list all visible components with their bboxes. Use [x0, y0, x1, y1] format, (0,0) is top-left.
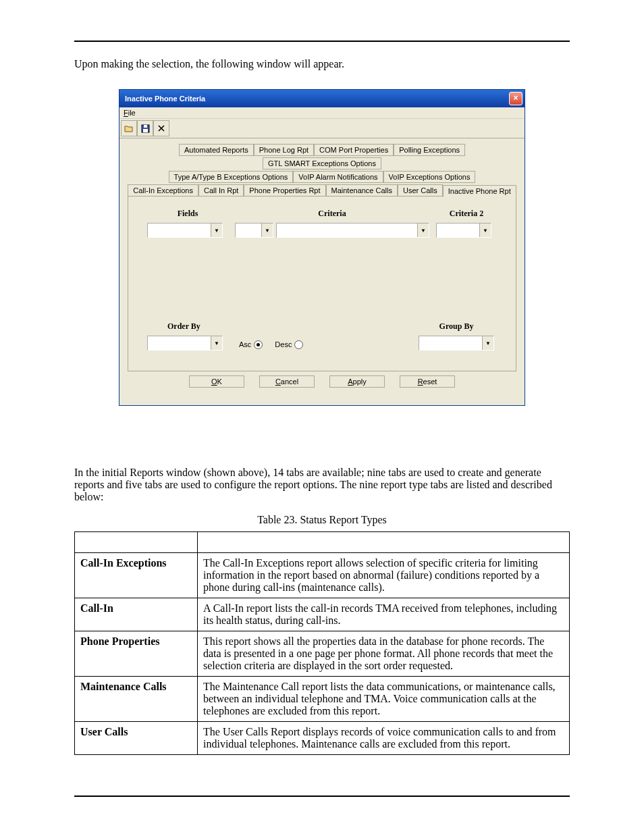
criteria-value-combo[interactable]: ▼: [276, 223, 429, 238]
tab-inactive-phone-rpt[interactable]: Inactive Phone Rpt: [443, 185, 516, 197]
tab-com-port-properties[interactable]: COM Port Properties: [314, 144, 394, 156]
fields-combo[interactable]: ▼: [147, 223, 223, 238]
row-label: Phone Properties: [75, 631, 198, 677]
row-desc: This report shows all the properties dat…: [198, 631, 570, 677]
tab-call-in-rpt[interactable]: Call In Rpt: [198, 184, 244, 197]
row-label: Maintenance Calls: [75, 677, 198, 722]
row-label: Call-In Exceptions: [75, 553, 198, 598]
button-bar: OK Cancel Apply Reset: [128, 371, 516, 396]
table-row: User Calls The User Calls Report display…: [75, 722, 570, 755]
tab-typea-typeb-exceptions[interactable]: Type A/Type B Exceptions Options: [169, 171, 294, 183]
menu-file[interactable]: File: [124, 109, 136, 117]
tab-callin-exceptions[interactable]: Call-In Exceptions: [128, 184, 198, 197]
table-row: Call-In A Call-In report lists the call-…: [75, 598, 570, 631]
save-icon[interactable]: [137, 120, 153, 136]
table-row: Phone Properties This report shows all t…: [75, 631, 570, 677]
ok-button[interactable]: OK: [189, 375, 244, 388]
menubar: File: [119, 107, 525, 119]
row-label: Call-In: [75, 598, 198, 631]
window-title: Inactive Phone Criteria: [125, 95, 205, 103]
tabs-row-2: Type A/Type B Exceptions Options VoIP Al…: [128, 170, 516, 183]
criteria2-combo[interactable]: ▼: [436, 223, 491, 238]
desc-radio-wrap[interactable]: Desc: [275, 340, 303, 349]
criteria2-header: Criteria 2: [436, 209, 497, 219]
footer-rule: [74, 796, 570, 797]
apply-button[interactable]: Apply: [329, 375, 385, 388]
table-row: Call-In Exceptions The Call-In Exception…: [75, 553, 570, 598]
row-desc: A Call-In report lists the call-in recor…: [198, 598, 570, 631]
tab-phone-properties-rpt[interactable]: Phone Properties Rpt: [244, 184, 325, 197]
svg-rect-1: [143, 129, 148, 132]
groupby-header: Group By: [416, 321, 497, 332]
asc-radio[interactable]: [254, 340, 263, 349]
chevron-down-icon: ▼: [479, 224, 491, 237]
header-rule: [74, 41, 570, 42]
dialog-window: Inactive Phone Criteria × File Aut: [119, 89, 525, 406]
chevron-down-icon: ▼: [211, 224, 222, 237]
criteria-header: Criteria: [235, 209, 429, 219]
body-paragraph: In the initial Reports window (shown abo…: [74, 467, 570, 503]
tab-user-calls[interactable]: User Calls: [398, 184, 443, 197]
delete-icon[interactable]: [153, 120, 169, 136]
row-desc: The Maintenance Call report lists the da…: [198, 677, 570, 722]
row-label: User Calls: [75, 722, 198, 755]
asc-radio-wrap[interactable]: Asc: [239, 340, 263, 349]
row-desc: The Call-In Exceptions report allows sel…: [198, 553, 570, 598]
desc-label: Desc: [275, 340, 292, 348]
row-desc: The User Calls Report displays records o…: [198, 722, 570, 755]
table-row: [75, 532, 570, 553]
groupby-combo[interactable]: ▼: [419, 336, 494, 350]
orderby-header: Order By: [167, 321, 363, 332]
toolbar: [119, 119, 525, 138]
fields-header: Fields: [147, 209, 228, 219]
tab-automated-reports[interactable]: Automated Reports: [179, 144, 254, 156]
open-icon[interactable]: [121, 120, 137, 136]
desc-radio[interactable]: [294, 340, 303, 349]
tab-voip-exceptions-options[interactable]: VoIP Exceptions Options: [383, 171, 476, 183]
report-types-table: Call-In Exceptions The Call-In Exception…: [74, 531, 570, 755]
tab-panel: Fields ▼ Criteria ▼ ▼ Criteria 2: [128, 196, 516, 371]
tab-phone-log-rpt[interactable]: Phone Log Rpt: [254, 144, 314, 156]
titlebar: Inactive Phone Criteria ×: [119, 90, 525, 107]
criteria-op-combo[interactable]: ▼: [235, 223, 273, 238]
tabs-row-1: Automated Reports Phone Log Rpt COM Port…: [128, 142, 516, 170]
svg-rect-2: [144, 125, 147, 128]
tab-voip-alarm-notifications[interactable]: VoIP Alarm Notifications: [293, 171, 383, 183]
tabs-row-3: Call-In Exceptions Call In Rpt Phone Pro…: [128, 183, 516, 197]
close-button[interactable]: ×: [509, 92, 522, 105]
reset-button[interactable]: Reset: [400, 375, 455, 388]
table-caption: Table 23. Status Report Types: [74, 514, 570, 526]
chevron-down-icon: ▼: [417, 224, 429, 237]
tab-gtl-smart-exceptions[interactable]: GTL SMART Exceptions Options: [263, 157, 381, 170]
chevron-down-icon: ▼: [261, 224, 273, 237]
tab-polling-exceptions[interactable]: Polling Exceptions: [394, 144, 465, 156]
table-row: Maintenance Calls The Maintenance Call r…: [75, 677, 570, 722]
cancel-button[interactable]: Cancel: [259, 375, 315, 388]
chevron-down-icon: ▼: [211, 336, 222, 350]
tab-maintenance-calls[interactable]: Maintenance Calls: [326, 184, 398, 197]
chevron-down-icon: ▼: [482, 336, 493, 350]
asc-label: Asc: [239, 340, 251, 348]
tabs-area: Automated Reports Phone Log Rpt COM Port…: [119, 138, 525, 405]
intro-paragraph: Upon making the selection, the following…: [74, 58, 570, 70]
orderby-combo[interactable]: ▼: [147, 336, 223, 350]
